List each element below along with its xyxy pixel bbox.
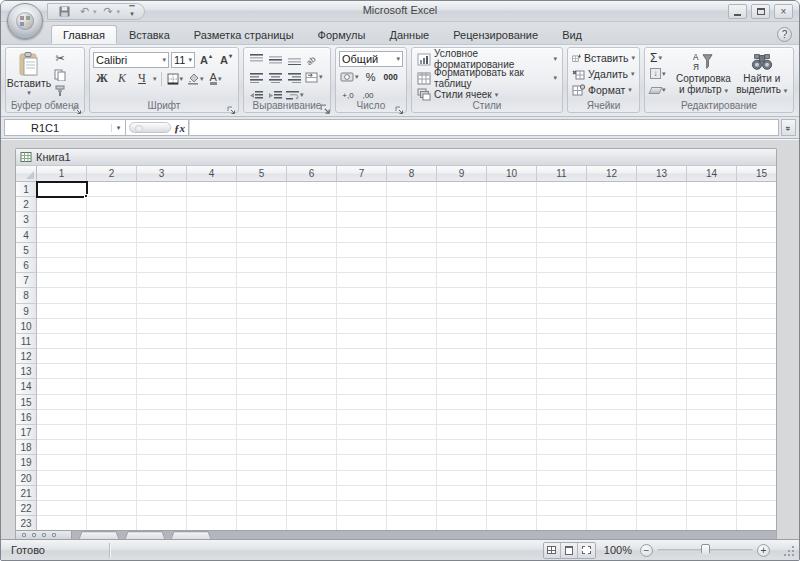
cell-R10C13[interactable] <box>637 319 687 334</box>
fill-color-button[interactable]: ▾ <box>186 71 205 87</box>
cell-R6C9[interactable] <box>437 258 487 273</box>
cell-R10C2[interactable] <box>87 319 137 334</box>
cell-R1C8[interactable] <box>387 182 437 197</box>
cell-R17C14[interactable] <box>687 425 737 440</box>
cell-R4C13[interactable] <box>637 228 687 243</box>
row-header-7[interactable]: 7 <box>16 273 37 288</box>
cell-R16C10[interactable] <box>487 410 537 425</box>
row-header-15[interactable]: 15 <box>16 395 37 410</box>
cell-R20C15[interactable] <box>737 471 777 486</box>
column-header-9[interactable]: 9 <box>437 166 487 182</box>
cell-R22C5[interactable] <box>237 501 287 516</box>
cell-R3C6[interactable] <box>287 212 337 227</box>
column-header-1[interactable]: 1 <box>37 166 87 182</box>
cell-R10C9[interactable] <box>437 319 487 334</box>
decrease-font-button[interactable]: А▾ <box>217 52 235 68</box>
cell-R22C15[interactable] <box>737 501 777 516</box>
align-left-button[interactable] <box>247 69 265 85</box>
cell-R16C5[interactable] <box>237 410 287 425</box>
cell-R1C13[interactable] <box>637 182 687 197</box>
cell-R8C11[interactable] <box>537 288 587 303</box>
cell-R3C5[interactable] <box>237 212 287 227</box>
cell-R20C3[interactable] <box>137 471 187 486</box>
cell-R8C15[interactable] <box>737 288 777 303</box>
cell-R15C2[interactable] <box>87 395 137 410</box>
zoom-in-button[interactable]: + <box>757 544 770 557</box>
workbook-title-bar[interactable]: Книга1 <box>16 149 776 166</box>
cell-R18C3[interactable] <box>137 440 187 455</box>
cell-R12C15[interactable] <box>737 349 777 364</box>
cell-R21C15[interactable] <box>737 486 777 501</box>
name-box[interactable]: R1C1 ▾ <box>4 119 126 136</box>
cell-R3C10[interactable] <box>487 212 537 227</box>
cell-R6C1[interactable] <box>37 258 87 273</box>
tab-razmetka-stranitsy[interactable]: Разметка страницы <box>182 25 306 44</box>
cell-R22C7[interactable] <box>337 501 387 516</box>
cell-R4C15[interactable] <box>737 228 777 243</box>
cell-R2C2[interactable] <box>87 197 137 212</box>
cell-R12C1[interactable] <box>37 349 87 364</box>
cell-R1C1[interactable] <box>37 182 87 197</box>
cell-R11C2[interactable] <box>87 334 137 349</box>
cell-R9C4[interactable] <box>187 304 237 319</box>
cell-R13C15[interactable] <box>737 364 777 379</box>
cell-R20C8[interactable] <box>387 471 437 486</box>
cell-R6C10[interactable] <box>487 258 537 273</box>
cell-R14C15[interactable] <box>737 379 777 394</box>
cell-R14C1[interactable] <box>37 379 87 394</box>
cell-R3C15[interactable] <box>737 212 777 227</box>
accounting-format-button[interactable]: ▾ <box>339 69 360 85</box>
cell-R12C9[interactable] <box>437 349 487 364</box>
column-header-5[interactable]: 5 <box>237 166 287 182</box>
font-dialog-launcher[interactable] <box>227 101 236 110</box>
cell-R13C9[interactable] <box>437 364 487 379</box>
cell-R2C14[interactable] <box>687 197 737 212</box>
cell-R6C15[interactable] <box>737 258 777 273</box>
cell-R4C3[interactable] <box>137 228 187 243</box>
cell-R16C14[interactable] <box>687 410 737 425</box>
cell-R15C9[interactable] <box>437 395 487 410</box>
cell-R8C2[interactable] <box>87 288 137 303</box>
cell-R9C6[interactable] <box>287 304 337 319</box>
cell-R22C14[interactable] <box>687 501 737 516</box>
cell-R6C4[interactable] <box>187 258 237 273</box>
cut-button[interactable]: ✂ <box>51 51 69 66</box>
underline-dropdown-icon[interactable]: ▾ <box>153 75 157 83</box>
sheet-tab[interactable] <box>124 531 166 539</box>
cell-R19C13[interactable] <box>637 455 687 470</box>
cell-R6C6[interactable] <box>287 258 337 273</box>
cell-R21C12[interactable] <box>587 486 637 501</box>
cell-R14C9[interactable] <box>437 379 487 394</box>
cell-R4C7[interactable] <box>337 228 387 243</box>
cell-R15C11[interactable] <box>537 395 587 410</box>
cell-R7C10[interactable] <box>487 273 537 288</box>
cell-R14C4[interactable] <box>187 379 237 394</box>
sheet-tab[interactable] <box>78 531 120 539</box>
cell-R5C4[interactable] <box>187 243 237 258</box>
tab-retsenzirovanie[interactable]: Рецензирование <box>441 25 550 44</box>
cell-R11C3[interactable] <box>137 334 187 349</box>
delete-cells-button[interactable]: Удалить▾ <box>571 66 636 81</box>
cell-R5C10[interactable] <box>487 243 537 258</box>
cell-R21C9[interactable] <box>437 486 487 501</box>
cell-R20C6[interactable] <box>287 471 337 486</box>
cell-R22C6[interactable] <box>287 501 337 516</box>
cell-R15C3[interactable] <box>137 395 187 410</box>
cell-R10C14[interactable] <box>687 319 737 334</box>
cell-R8C10[interactable] <box>487 288 537 303</box>
cell-R21C5[interactable] <box>237 486 287 501</box>
cell-R18C15[interactable] <box>737 440 777 455</box>
cell-R8C4[interactable] <box>187 288 237 303</box>
cell-R9C1[interactable] <box>37 304 87 319</box>
cell-R16C13[interactable] <box>637 410 687 425</box>
cell-R17C3[interactable] <box>137 425 187 440</box>
cell-R1C6[interactable] <box>287 182 337 197</box>
cell-R20C1[interactable] <box>37 471 87 486</box>
cell-R10C6[interactable] <box>287 319 337 334</box>
cell-R2C15[interactable] <box>737 197 777 212</box>
cell-R2C5[interactable] <box>237 197 287 212</box>
cell-R3C9[interactable] <box>437 212 487 227</box>
cell-R19C15[interactable] <box>737 455 777 470</box>
cell-R2C9[interactable] <box>437 197 487 212</box>
cell-R12C10[interactable] <box>487 349 537 364</box>
